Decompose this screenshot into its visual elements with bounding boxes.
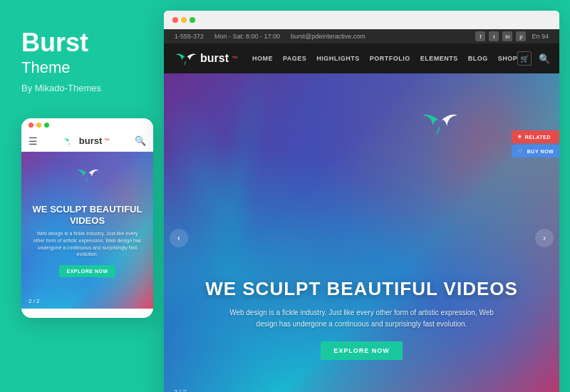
mobile-hero-text: WE SCULPT BEAUTIFUL VIDEOS Web design is…	[21, 204, 153, 258]
topbar-right: f t in p En 94	[475, 31, 549, 41]
related-buttons-group: ★ RELATED 🛒 BUY NOW	[512, 130, 559, 158]
buy-now-button[interactable]: 🛒 BUY NOW	[512, 145, 559, 158]
nav-blog[interactable]: BLOG	[468, 55, 488, 62]
site-navbar: burst ™ HOME PAGES HIGHLIGHTS PORTFOLIO …	[164, 43, 559, 73]
social-icons-group: f t in p	[475, 31, 526, 41]
topbar-contact-info: 1-555-372 Mon - Sat: 8:00 - 17:00 burst@…	[175, 33, 366, 40]
mobile-hero-body: Web design is a fickle industry. Just li…	[21, 230, 153, 258]
hamburger-icon: ☰	[28, 135, 38, 147]
mobile-hero-bird-icon	[75, 166, 100, 186]
nav-right-actions: 🛒 🔍	[517, 51, 550, 66]
dot-yellow	[36, 123, 41, 128]
mobile-hero-heading: WE SCULPT BEAUTIFUL VIDEOS	[21, 204, 153, 226]
twitter-icon[interactable]: t	[489, 31, 499, 41]
mobile-logo-bird-icon	[63, 136, 77, 146]
hero-body: Web design is a fickle industry. Just li…	[219, 307, 504, 330]
slide-arrow-right[interactable]: ›	[535, 229, 554, 247]
mobile-logo: burst ™	[63, 135, 110, 146]
theme-by: By Mikado-Themes	[21, 83, 101, 93]
nav-shop[interactable]: SHOP	[498, 55, 518, 62]
mobile-logo-mark: ™	[104, 138, 110, 144]
desktop-hero: ‹ › WE SCULPT BEAUTIFUL VIDEOS Web desig…	[164, 73, 559, 392]
browser-dot-yellow	[181, 17, 187, 23]
mobile-window-dots	[21, 118, 153, 132]
logo-bird-icon	[175, 51, 197, 66]
topbar-hours: Mon - Sat: 8:00 - 17:00	[214, 33, 280, 40]
dot-green	[44, 123, 49, 128]
logo-trademark: ™	[232, 55, 238, 62]
mobile-navbar: ☰ burst ™ 🔍	[21, 132, 153, 152]
cart-small-icon: 🛒	[517, 148, 524, 154]
explore-button[interactable]: EXPLORE NOW	[321, 341, 403, 360]
facebook-icon[interactable]: f	[475, 31, 485, 41]
desktop-slide-counter: 2 / 2	[174, 388, 187, 392]
theme-title: Burst	[21, 29, 88, 57]
mobile-mockup: ☰ burst ™ 🔍	[21, 118, 153, 318]
left-panel: Burst Theme By Mikado-Themes ☰ burst ™ 🔍	[0, 0, 164, 392]
related-label: RELATED	[525, 135, 551, 140]
hero-content: WE SCULPT BEAUTIFUL VIDEOS Web design is…	[164, 278, 559, 360]
site-logo: burst ™	[175, 51, 238, 66]
dot-red	[28, 123, 33, 128]
pinterest-icon[interactable]: p	[516, 31, 526, 41]
mobile-slide-counter: 2 / 2	[28, 298, 40, 304]
related-button[interactable]: ★ RELATED	[512, 130, 559, 143]
related-icon: ★	[517, 134, 522, 140]
hero-heading: WE SCULPT BEAUTIFUL VIDEOS	[164, 278, 559, 300]
mobile-hero: WE SCULPT BEAUTIFUL VIDEOS Web design is…	[21, 152, 153, 309]
site-logo-text: burst	[200, 52, 229, 65]
topbar-phone: 1-555-372	[175, 33, 204, 40]
nav-pages[interactable]: PAGES	[283, 55, 306, 62]
cart-icon[interactable]: 🛒	[517, 51, 532, 66]
topbar-email: burst@pdeinteractive.com	[291, 33, 366, 40]
mobile-logo-text: burst	[79, 135, 103, 146]
nav-highlights[interactable]: HIGHLIGHTS	[316, 55, 360, 62]
mobile-explore-button[interactable]: EXPLORE NOW	[59, 265, 115, 277]
site-topbar: 1-555-372 Mon - Sat: 8:00 - 17:00 burst@…	[164, 29, 559, 43]
nav-home[interactable]: HOME	[252, 55, 273, 62]
theme-subtitle: Theme	[21, 58, 70, 77]
browser-dot-green	[190, 17, 195, 23]
nav-items: HOME PAGES HIGHLIGHTS PORTFOLIO ELEMENTS…	[252, 55, 517, 62]
nav-elements[interactable]: ELEMENTS	[420, 55, 458, 62]
buy-label: BUY NOW	[527, 149, 554, 154]
browser-window-dots	[172, 17, 195, 23]
instagram-icon[interactable]: in	[502, 31, 512, 41]
hero-bird-icon	[420, 109, 460, 139]
browser-toolbar	[164, 11, 559, 29]
search-icon[interactable]: 🔍	[539, 53, 550, 64]
slide-arrow-left[interactable]: ‹	[170, 229, 188, 247]
browser-dot-red	[172, 17, 178, 23]
topbar-lang[interactable]: En 94	[532, 33, 549, 40]
nav-portfolio[interactable]: PORTFOLIO	[370, 55, 410, 62]
mobile-search-icon: 🔍	[135, 135, 146, 146]
desktop-mockup: 1-555-372 Mon - Sat: 8:00 - 17:00 burst@…	[164, 11, 559, 392]
